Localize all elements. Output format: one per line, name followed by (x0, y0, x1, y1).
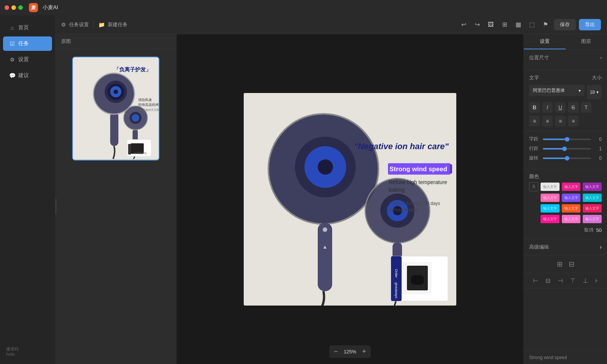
strikethrough-button[interactable]: S (568, 102, 579, 113)
layout-button[interactable]: ⊞ (499, 19, 510, 30)
zoom-out-button[interactable]: − (334, 348, 338, 356)
color-row-4: 输入文字 输入文字 输入文字 (529, 215, 602, 223)
color-cancel-button[interactable]: 取消 (584, 225, 593, 235)
underline-button[interactable]: U (555, 102, 566, 113)
color-chip-hotpink[interactable]: 输入文字 (541, 194, 560, 202)
color-chip-orchid[interactable]: 输入文字 (562, 215, 581, 223)
task-icon: ☑ (9, 41, 15, 47)
sidebar-item-feedback[interactable]: 💬 建议 (3, 68, 52, 83)
sidebar-item-settings[interactable]: ⚙ 设置 (3, 52, 52, 67)
tab-layers[interactable]: 图层 (566, 34, 607, 49)
color-chip-red[interactable]: 输入文字 (583, 204, 602, 213)
tab-settings[interactable]: 设置 (524, 34, 566, 49)
close-button[interactable] (5, 5, 9, 10)
color-chip-orchid-text: 输入文字 (564, 217, 578, 222)
line-height-slider[interactable] (543, 148, 591, 150)
collapse-panel-button[interactable]: ‹ (55, 199, 57, 214)
align-middle-icon[interactable]: ⊥ (583, 277, 588, 284)
right-panel: 设置 图层 位置尺寸 › 文字 大小 (523, 34, 607, 364)
canvas-area[interactable]: ▲ (177, 34, 523, 364)
color-none[interactable]: 无 (529, 182, 538, 191)
letter-spacing-fill (543, 139, 567, 140)
color-chip-pink[interactable]: 输入文字 (562, 183, 581, 191)
color-actions: 取消 50 (529, 225, 602, 235)
svg-rect-19 (128, 144, 131, 154)
color-chip-white-text: 输入文字 (543, 184, 557, 189)
sidebar-item-home[interactable]: ⌂ 首页 (3, 20, 52, 35)
color-chip-cyan[interactable]: 输入文字 (583, 194, 602, 202)
bold-button[interactable]: B (529, 102, 540, 113)
rotation-slider[interactable] (543, 158, 591, 159)
advanced-section[interactable]: 高级编辑 › (524, 239, 607, 255)
position-size-chevron[interactable]: › (600, 55, 602, 60)
align-icons-row: ⊢ ⊟ ⊣ ⊤ ⊥ ⊦ (524, 273, 607, 288)
align-top-icon[interactable]: ⊤ (570, 277, 575, 284)
color-chip-pink-text: 输入文字 (564, 184, 578, 189)
task-settings-label[interactable]: 任务设置 (69, 21, 89, 28)
original-image-label: 原图 (55, 34, 176, 49)
align-right-icon[interactable]: ⊣ (558, 277, 563, 284)
color-chip-orange[interactable]: 输入文字 (562, 204, 581, 213)
line-height-value: 1 (594, 146, 602, 151)
svg-point-35 (323, 227, 327, 232)
align-center-button[interactable]: ≡ (542, 116, 553, 126)
zoom-in-button[interactable]: + (362, 348, 366, 356)
rotation-row: 旋转 0 (529, 155, 602, 161)
opacity-value: 50 (596, 227, 602, 233)
color-chip-purple[interactable]: 输入文字 (583, 183, 602, 191)
maximize-button[interactable] (18, 5, 23, 10)
color-chip-white[interactable]: 输入文字 (541, 183, 560, 191)
size-label: 大小 (592, 74, 602, 81)
font-selector[interactable]: 阿里巴巴普惠体 ▾ (529, 85, 585, 96)
color-chip-lavender[interactable]: 输入文字 (583, 215, 602, 223)
line-height-row: 行距 1 (529, 145, 602, 152)
svg-text:Strong wind speed: Strong wind speed (389, 165, 447, 173)
canvas-content: ▲ (244, 93, 456, 306)
gear-icon: ⚙ (61, 22, 66, 28)
new-task-label[interactable]: 新建任务 (108, 21, 128, 28)
layer-stack-icon[interactable]: ⊞ (557, 260, 563, 268)
image-button[interactable]: 🖼 (486, 19, 496, 30)
align-justify-button[interactable]: ≡ (568, 116, 579, 126)
thumbnail-card[interactable]: 「负离子护发」 强劲风速 拒绝高温烘烤 2年质保|30天无理由 下单赠好礼 (72, 57, 159, 161)
toolbar-separator (93, 21, 94, 28)
letter-spacing-slider[interactable] (543, 139, 591, 140)
export-button[interactable]: 导出 (579, 19, 601, 30)
italic-button[interactable]: I (542, 102, 553, 113)
color-chip-purple-text: 输入文字 (585, 184, 599, 189)
sidebar-label-settings: 设置 (18, 56, 29, 63)
align-bottom-icon[interactable]: ⊦ (595, 277, 598, 284)
color-row-3: 输入文字 输入文字 输入文字 (529, 204, 602, 213)
color-chip-deepink[interactable]: 输入文字 (541, 215, 560, 223)
color-chip-violet[interactable]: 输入文字 (562, 194, 581, 202)
sidebar-item-task[interactable]: ☑ 任务 (3, 36, 52, 51)
align-row: ≡ ≡ ≡ ≡ (529, 116, 602, 126)
invite-code-label: 邀请码 (6, 346, 49, 352)
color-chip-lightblue[interactable]: 输入文字 (541, 204, 560, 213)
align-center-h-icon[interactable]: ⊟ (546, 277, 550, 284)
rotation-label: 旋转 (529, 155, 540, 161)
text-transform-button[interactable]: T (581, 102, 591, 113)
undo-button[interactable]: ↩ (458, 19, 469, 30)
align-left-icon[interactable]: ⊢ (533, 277, 538, 284)
redo-button[interactable]: ↪ (472, 19, 482, 30)
align-left-button[interactable]: ≡ (529, 116, 540, 126)
layer-up-icon[interactable]: ⊟ (569, 260, 574, 268)
svg-text:"Negative ion hair care": "Negative ion hair care" (354, 142, 449, 151)
save-button[interactable]: 保存 (554, 19, 576, 30)
color-chip-orange-text: 输入文字 (564, 206, 578, 211)
color-chip-hotpink-text: 输入文字 (543, 195, 557, 200)
flag-button[interactable]: ⚑ (540, 19, 551, 30)
rotation-value: 0 (594, 156, 602, 161)
line-height-label: 行距 (529, 145, 540, 152)
minimize-button[interactable] (11, 5, 16, 10)
screen-button[interactable]: ⬚ (527, 19, 537, 30)
align-right-button[interactable]: ≡ (555, 116, 566, 126)
size-selector[interactable]: 18 ▾ (587, 85, 602, 99)
left-panel: 原图 (55, 34, 177, 364)
letter-spacing-label: 字距 (529, 136, 540, 142)
text-section: 文字 大小 阿里巴巴普惠体 ▾ 18 ▾ (524, 70, 607, 131)
grid-button[interactable]: ▦ (513, 19, 523, 30)
advanced-label: 高级编辑 (529, 244, 549, 251)
svg-text:without reason: without reason (388, 207, 418, 213)
